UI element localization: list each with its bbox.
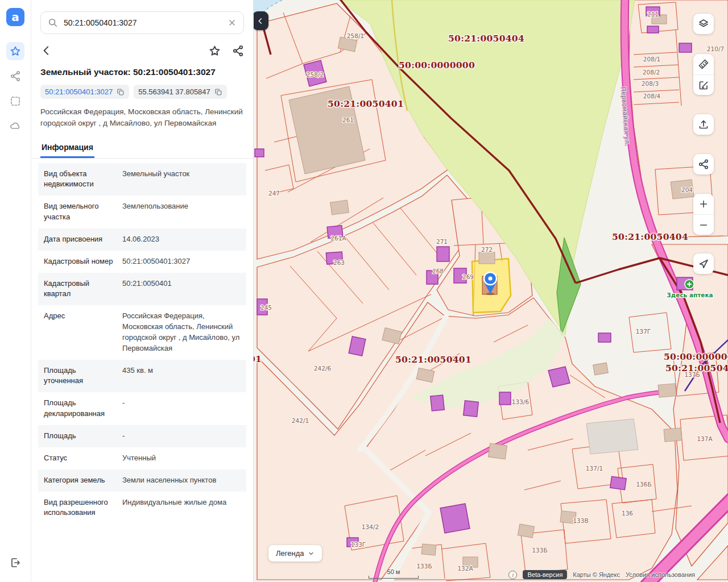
cadastral-number-link[interactable]: 50:21:0050401:3027 [45,88,113,96]
info-icon[interactable] [508,571,517,579]
quarter-label: 50:21:0050401 [395,354,471,365]
coordinates-chip[interactable]: 55.563941 37.805847 [134,85,227,99]
zoom-controls [693,194,714,235]
info-value: Земли населенных пунктов [122,475,241,486]
draw-button[interactable] [693,74,714,95]
scale-text: 50 м [387,568,400,575]
parcel-label: 261А [330,235,346,242]
info-value: 50:21:0050401:3027 [122,256,241,267]
parcel-label: 133Г [351,541,366,548]
parcel-label: 258/2 [307,71,324,78]
table-row: Дата присвоения 14.06.2023 [38,228,246,251]
plus-icon [698,199,709,209]
legend-button[interactable]: Легенда [268,545,322,562]
map-copyright-link[interactable]: Карты © Яндекс [573,571,620,578]
info-label: Площадь декларированная [44,398,117,419]
ruler-icon [698,59,709,70]
parcel-label: 258/1 [347,32,364,39]
tab-information[interactable]: Информация [40,138,94,158]
upload-button[interactable] [693,114,714,135]
parcel-label: 268 [432,268,444,275]
sidebar-item-select-area[interactable] [6,92,24,110]
map-canvas[interactable]: 50:21:005040450:00:000000050:21:00504015… [254,0,728,582]
app-icon-sidebar: a [0,0,31,582]
zoom-in-button[interactable] [693,194,714,214]
parcel-label: 133/6 [512,398,530,405]
page-title: Земельный участок: 50:21:0050401:3027 [40,67,244,77]
star-icon [209,45,221,57]
info-value: - [122,398,241,419]
app-window: a [0,0,728,582]
object-header-toolbar [40,44,244,57]
chevron-left-icon [257,17,264,25]
info-value: 435 кв. м [122,365,241,387]
share-nodes-icon [232,45,244,57]
layers-button[interactable] [693,14,714,34]
legend-label: Легенда [276,549,304,558]
share-nodes-icon [10,70,21,82]
parcel-label: 204 [681,186,693,193]
info-label: Адрес [44,311,117,354]
exit-button[interactable] [6,554,24,572]
pencil-square-icon [698,80,709,91]
pharmacy-poi[interactable] [685,280,694,289]
collapse-panel-button[interactable] [254,11,268,30]
parcel-label: 133Б [532,547,547,554]
parcel-label: 134/2 [362,523,379,530]
zoom-out-button[interactable] [693,214,714,235]
cadastral-number-chip[interactable]: 50:21:0050401:3027 [40,85,129,99]
parcel-label: 136 [622,510,633,517]
info-label: Площадь уточненная [44,365,117,387]
share-button[interactable] [232,45,244,57]
search-bar [40,11,244,34]
scale-line [369,576,419,579]
copy-button[interactable] [214,88,222,96]
table-row: Вид разрешенного использования Индивидуа… [38,492,246,525]
table-row: Статус Учтенный [38,447,246,469]
object-address: Российская Федерация, Московская область… [40,106,244,130]
info-value: 50:21:0050401 [122,278,241,300]
quarter-label: 50:00:0000000 [664,351,728,362]
info-value: - [122,431,241,442]
scale-bar: 50 м [369,568,419,579]
info-value: Индивидуальные жилые дома [122,497,241,519]
sidebar-item-cloud[interactable] [6,117,24,135]
parcel-label: 210/7 [707,45,724,52]
search-input[interactable] [64,18,222,27]
quarter-label: 50:00:0000000 [399,60,475,70]
close-icon [228,18,237,27]
parcel-label: 137/1 [586,465,603,472]
pharmacy-label: Здесь аптека [667,292,713,298]
parcel-label: 132А [457,565,473,572]
sidebar-item-layers-share[interactable] [6,67,24,85]
copy-button[interactable] [117,88,125,96]
map-share-button[interactable] [693,154,714,174]
parcel-label: 263 [333,259,345,266]
info-value: 14.06.2023 [122,234,241,245]
measure-button[interactable] [693,54,714,74]
terms-link[interactable]: Условия использования [626,571,695,578]
info-label: Кадастровый квартал [44,278,117,300]
sidebar-item-favorites[interactable] [6,42,24,60]
quarter-label: 50:21:0050404 [448,33,524,44]
app-logo[interactable]: a [6,8,24,26]
clear-search-button[interactable] [228,18,237,27]
back-button[interactable] [40,44,53,57]
parcel-label: 133Б [416,563,432,569]
toolbar-locate-group [693,253,714,274]
info-label: Площадь [44,431,117,442]
info-label: Кадастровый номер [44,256,117,267]
navigation-arrow-icon [698,258,709,269]
table-row: Адрес Российская Федерация, Московская о… [38,305,246,359]
chevron-left-icon [40,44,53,57]
parcel-label: 208/4 [643,93,661,99]
chevron-down-icon [308,550,315,557]
info-label: Дата присвоения [44,234,117,245]
table-row: Площадь декларированная - [38,392,246,425]
copy-icon [214,88,222,96]
locate-button[interactable] [693,253,714,274]
info-label: Категория земель [44,475,117,486]
info-value: Учтенный [122,453,241,464]
share-nodes-icon [698,159,709,170]
favorite-button[interactable] [209,45,221,57]
